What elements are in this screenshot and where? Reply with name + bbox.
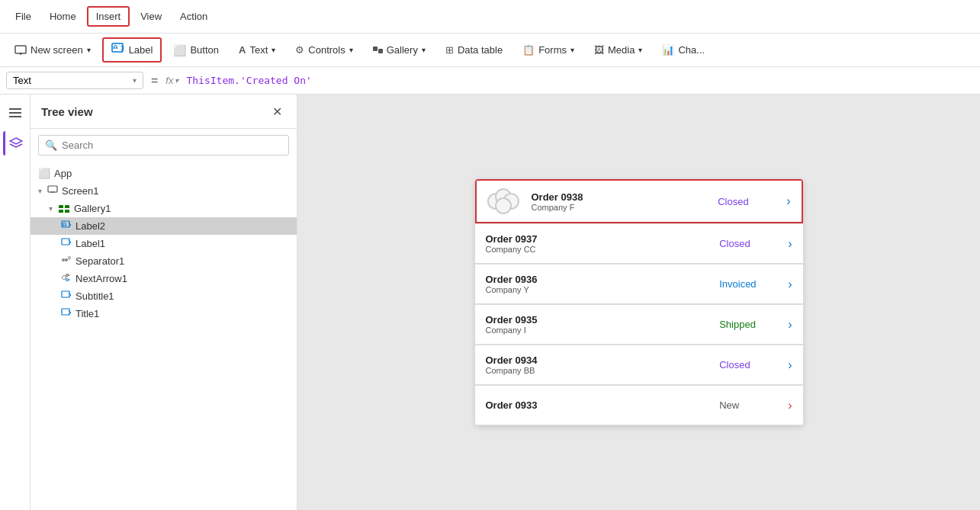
row-arrow-1[interactable]: › <box>788 237 792 251</box>
menu-insert[interactable]: Insert <box>87 6 130 27</box>
svg-rect-15 <box>65 210 69 213</box>
sidebar-icons <box>0 95 31 510</box>
text-chevron: ▾ <box>272 46 275 54</box>
tree-item-app[interactable]: ⬜ App <box>31 165 297 182</box>
nextarrow1-icon <box>61 273 72 284</box>
gallery-button[interactable]: Gallery ▾ <box>365 40 434 60</box>
svg-rect-12 <box>59 205 63 208</box>
tree-item-nextarrow1[interactable]: NextArrow1 <box>31 270 297 287</box>
gallery-row-0[interactable]: Order 0938 Company F Closed › <box>475 179 803 223</box>
menu-view[interactable]: View <box>133 8 169 25</box>
new-screen-button[interactable]: New screen ▾ <box>6 40 99 60</box>
gallery-row-3[interactable]: Order 0935 Company I Shipped › <box>475 305 803 345</box>
property-value: Text <box>13 75 31 86</box>
label2-icon <box>61 220 72 232</box>
gallery-chevron: ▾ <box>422 46 426 54</box>
button-tool[interactable]: ⬜ Button <box>165 40 227 61</box>
datatable-label: Data table <box>458 44 503 56</box>
controls-icon: ⚙ <box>295 44 304 56</box>
search-box: 🔍 <box>38 135 289 156</box>
row-sub-4: Company BB <box>486 366 720 375</box>
preview-card: Order 0938 Company F Closed › Order 0937… <box>475 179 803 425</box>
row-arrow-3[interactable]: › <box>788 318 792 332</box>
row-status-3: Shipped <box>719 319 780 330</box>
row-left-0: Order 0938 Company F <box>532 191 718 212</box>
forms-label: Forms <box>538 44 567 56</box>
row-left-1: Order 0937 Company CC <box>486 233 720 254</box>
search-input[interactable] <box>62 140 282 151</box>
separator1-icon <box>61 255 72 267</box>
tree-item-gallery1[interactable]: ▾ Gallery1 <box>31 200 297 217</box>
controls-button[interactable]: ⚙ Controls ▾ <box>287 40 361 60</box>
tree-item-label2[interactable]: Label2 <box>31 217 297 235</box>
media-label: Media <box>608 44 635 56</box>
datatable-button[interactable]: ⊞ Data table <box>437 40 511 60</box>
title1-icon <box>61 308 72 319</box>
tree-close-button[interactable]: ✕ <box>268 102 286 120</box>
row-status-4: Closed <box>719 359 780 370</box>
formula-bar: Text ▾ = fx ▾ ThisItem.'Created On' <box>0 67 980 95</box>
button-icon: ⬜ <box>173 44 186 56</box>
tree-item-subtitle1[interactable]: Subtitle1 <box>31 287 297 305</box>
main-layout: Tree view ✕ 🔍 ⬜ App ▾ Scree <box>0 95 980 510</box>
gallery-row-1[interactable]: Order 0937 Company CC Closed › <box>475 224 803 264</box>
svg-rect-26 <box>62 309 69 315</box>
row-sub-1: Company CC <box>486 245 720 254</box>
row-arrow-2[interactable]: › <box>788 277 792 291</box>
subtitle1-label: Subtitle1 <box>76 290 114 302</box>
gallery1-expand: ▾ <box>49 204 53 213</box>
text-label: Text <box>249 44 268 56</box>
property-chevron: ▾ <box>133 76 137 85</box>
label-button[interactable]: Label <box>102 37 162 63</box>
menu-home[interactable]: Home <box>42 8 84 25</box>
media-button[interactable]: 🖼 Media ▾ <box>586 40 651 60</box>
property-dropdown[interactable]: Text ▾ <box>6 72 143 89</box>
canvas-area: Order 0938 Company F Closed › Order 0937… <box>297 95 980 510</box>
svg-point-19 <box>62 258 65 261</box>
gallery-label: Gallery <box>387 44 418 56</box>
svg-rect-10 <box>48 186 57 192</box>
tree-item-screen1[interactable]: ▾ Screen1 <box>31 182 297 200</box>
app-label: App <box>54 168 72 179</box>
row-sub-2: Company Y <box>486 285 720 294</box>
hamburger-menu-button[interactable] <box>3 101 27 125</box>
app-icon: ⬜ <box>38 168 50 179</box>
label1-label: Label1 <box>76 238 105 249</box>
screen-icon <box>47 185 58 197</box>
screen-icon <box>14 45 27 56</box>
row-sub-3: Company I <box>486 326 720 335</box>
row-arrow-4[interactable]: › <box>788 358 792 372</box>
svg-point-21 <box>69 257 71 259</box>
layers-button[interactable] <box>3 131 27 156</box>
subtitle1-icon <box>61 290 72 302</box>
tree-item-separator1[interactable]: Separator1 <box>31 252 297 270</box>
label2-label: Label2 <box>76 220 105 232</box>
screen1-label: Screen1 <box>62 185 98 197</box>
menu-action[interactable]: Action <box>172 8 215 25</box>
gallery1-label: Gallery1 <box>74 203 111 214</box>
fx-indicator: fx ▾ <box>165 75 178 86</box>
row-arrow-5[interactable]: › <box>788 399 792 412</box>
forms-icon: 📋 <box>522 44 535 56</box>
gallery-row-2[interactable]: Order 0936 Company Y Invoiced › <box>475 265 803 304</box>
forms-button[interactable]: 📋 Forms ▾ <box>514 40 583 60</box>
toolbar: New screen ▾ Label ⬜ Button A Text ▾ ⚙ C… <box>0 34 980 67</box>
formula-expression[interactable]: ThisItem.'Created On' <box>186 75 311 86</box>
tree-item-title1[interactable]: Title1 <box>31 305 297 322</box>
search-icon: 🔍 <box>45 140 57 151</box>
row-title-4: Order 0934 <box>486 354 720 366</box>
svg-rect-25 <box>62 291 69 297</box>
datatable-icon: ⊞ <box>445 44 454 56</box>
gallery-row-5[interactable]: Order 0933 New › <box>475 386 803 425</box>
text-icon: A <box>239 44 246 56</box>
chart-button[interactable]: 📊 Cha... <box>654 40 713 60</box>
forms-chevron: ▾ <box>570 46 574 54</box>
new-screen-chevron: ▾ <box>87 46 91 54</box>
gallery-row-4[interactable]: Order 0934 Company BB Closed › <box>475 345 803 385</box>
text-button[interactable]: A Text ▾ <box>230 40 284 60</box>
row-left-2: Order 0936 Company Y <box>486 274 720 294</box>
row-arrow-0[interactable]: › <box>786 194 790 208</box>
tree-item-label1[interactable]: Label1 <box>31 235 297 252</box>
menu-file[interactable]: File <box>8 8 39 25</box>
screen1-expand: ▾ <box>38 187 42 195</box>
